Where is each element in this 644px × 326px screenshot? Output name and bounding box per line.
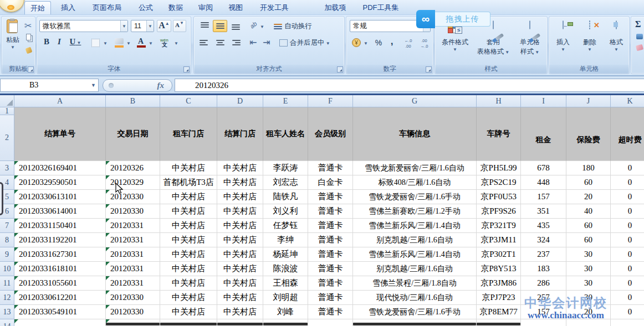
cell-D3[interactable]: 中关村店 [217, 161, 263, 175]
cell-F3[interactable]: 普通卡 [308, 161, 353, 175]
row-header-3[interactable]: 3 [0, 161, 14, 175]
header-cell-D[interactable]: 结算门店 [217, 107, 263, 161]
cell-D8[interactable]: 中关村店 [217, 233, 263, 247]
cell-H6[interactable]: 京PF9S26 [477, 204, 521, 219]
insert-function-area[interactable]: fx [103, 79, 172, 92]
tab-公式[interactable]: 公式 [133, 1, 159, 14]
cell-K5[interactable]: 0 [611, 190, 644, 204]
cell-G14[interactable] [353, 319, 477, 326]
cell-K8[interactable]: 0 [611, 233, 644, 247]
cell-B13[interactable]: 20120330 [106, 305, 160, 319]
merge-center-button[interactable]: 合并后居中 ▼ [277, 37, 341, 49]
alignment-dialog-launcher[interactable] [337, 66, 343, 73]
cell-J5[interactable]: 20 [566, 190, 611, 204]
cell-styles-button[interactable]: 单元格 样式 ▼ [513, 21, 547, 56]
orientation-button[interactable]: ab▼ [247, 20, 266, 32]
shrink-font-button[interactable]: A▼ [173, 20, 186, 32]
row-header-11[interactable]: 11 [0, 276, 14, 291]
cell-H3[interactable]: 京PH5L99 [477, 161, 521, 175]
cell-A10[interactable]: 20120331618101 [14, 262, 106, 276]
cell-I6[interactable]: 351 [521, 204, 566, 219]
office-button[interactable] [0, 0, 24, 12]
header-cell-B[interactable]: 交易日期 [106, 107, 160, 161]
cell-C3[interactable]: 中关村店 [160, 161, 217, 175]
tab-数据[interactable]: 数据 [163, 1, 188, 14]
decrease-indent-button[interactable]: ⇤ [247, 37, 259, 49]
fill-button[interactable] [635, 32, 644, 41]
cell-K9[interactable]: 0 [611, 247, 644, 262]
cell-D14[interactable] [217, 319, 263, 326]
align-middle-button[interactable] [213, 20, 227, 32]
cell-E8[interactable]: 李绅 [263, 233, 308, 247]
column-header-C[interactable]: C [160, 95, 217, 107]
cell-B7[interactable]: 20120331 [106, 219, 160, 233]
cell-I7[interactable]: 435 [521, 219, 566, 233]
cell-E3[interactable]: 李跃涛 [263, 161, 308, 175]
cell-F6[interactable]: 普通卡 [308, 204, 353, 219]
column-header-H[interactable]: H [477, 95, 521, 107]
cell-H14[interactable] [477, 319, 521, 326]
cell-E9[interactable]: 杨延坤 [263, 247, 308, 262]
cell-F5[interactable]: 普通卡 [308, 190, 353, 204]
cell-B3[interactable]: 20120326 [106, 161, 160, 175]
align-top-button[interactable] [197, 20, 212, 32]
cell-B11[interactable]: 20120331 [106, 276, 160, 291]
align-right-button[interactable] [228, 37, 243, 49]
cell-G6[interactable]: 雪佛兰新赛欧/三厢/1.2手动 [353, 204, 477, 219]
tab-审阅[interactable]: 审阅 [193, 1, 218, 14]
font-size-dropdown-arrow[interactable]: ▼ [146, 20, 154, 32]
cell-D5[interactable]: 中关村店 [217, 190, 263, 204]
tab-视图[interactable]: 视图 [223, 1, 248, 14]
cell-G13[interactable]: 雪铁龙爱丽舍/三厢/1.6手动 [353, 305, 477, 319]
clipboard-dialog-launcher[interactable] [28, 66, 34, 73]
cell-A6[interactable]: 20120330614001 [14, 204, 106, 219]
column-header-A[interactable]: A [14, 95, 106, 107]
paste-dropdown-arrow[interactable]: ▼ [11, 45, 15, 50]
cell-I11[interactable]: 286 [521, 276, 566, 291]
cell-F14[interactable] [308, 319, 353, 326]
fill-color-button[interactable]: ▼ [113, 37, 132, 49]
header-cell-J[interactable]: 保险费 [566, 107, 611, 161]
cell-F9[interactable]: 普通卡 [308, 247, 353, 262]
cell-F11[interactable]: 普通卡 [308, 276, 353, 291]
cell-F12[interactable]: 普通卡 [308, 291, 353, 305]
cell-B10[interactable]: 20120331 [106, 262, 160, 276]
cell-A5[interactable]: 20120330613101 [14, 190, 106, 204]
cell-B4[interactable]: 20120329 [106, 175, 160, 190]
cell-K11[interactable]: 0 [611, 276, 644, 291]
cell-I14[interactable] [521, 319, 566, 326]
cell-C8[interactable]: 中关村店 [160, 233, 217, 247]
cell-K4[interactable]: 0 [611, 175, 644, 190]
cell-H7[interactable]: 京P321T9 [477, 219, 521, 233]
formula-input[interactable]: 20120326 [175, 79, 644, 92]
cell-I13[interactable]: 157 [521, 305, 566, 319]
comma-style-button[interactable]: , [386, 37, 397, 49]
font-name-dropdown-arrow[interactable]: ▼ [120, 20, 127, 32]
cell-I4[interactable]: 448 [521, 175, 566, 190]
cell-K3[interactable]: 0 [611, 161, 644, 175]
cell-H4[interactable]: 京PS2C19 [477, 175, 521, 190]
cell-J6[interactable]: 40 [566, 204, 611, 219]
select-all-corner[interactable] [0, 95, 14, 107]
percent-style-button[interactable]: % [372, 37, 385, 49]
cell-J8[interactable]: 60 [566, 233, 611, 247]
font-name-combo[interactable]: 微软雅黑▼ [39, 20, 128, 32]
cell-E13[interactable]: 刘峰 [263, 305, 308, 319]
cell-G4[interactable]: 标致408/三厢/1.6自动 [353, 175, 477, 190]
underline-button[interactable]: U ▼ [66, 37, 85, 49]
cell-H5[interactable]: 京PF0U53 [477, 190, 521, 204]
cell-F13[interactable]: 普通卡 [308, 305, 353, 319]
cell-A9[interactable]: 20120331627301 [14, 247, 106, 262]
cell-D10[interactable]: 中关村店 [217, 262, 263, 276]
cell-E6[interactable]: 刘义利 [263, 204, 308, 219]
cell-A3[interactable]: 20120326169401 [14, 161, 106, 175]
row-header-14[interactable]: 14 [0, 319, 14, 326]
cell-G9[interactable]: 雪佛兰新乐风/三厢/1.4自动 [353, 247, 477, 262]
cell-J3[interactable]: 180 [566, 161, 611, 175]
cell-B9[interactable]: 20120331 [106, 247, 160, 262]
cell-J4[interactable]: 60 [566, 175, 611, 190]
header-cell-G[interactable]: 车辆信息 [353, 107, 477, 161]
increase-indent-button[interactable]: ⇥ [260, 37, 273, 49]
cell-J14[interactable] [566, 319, 611, 326]
cell-C5[interactable]: 中关村店 [160, 190, 217, 204]
